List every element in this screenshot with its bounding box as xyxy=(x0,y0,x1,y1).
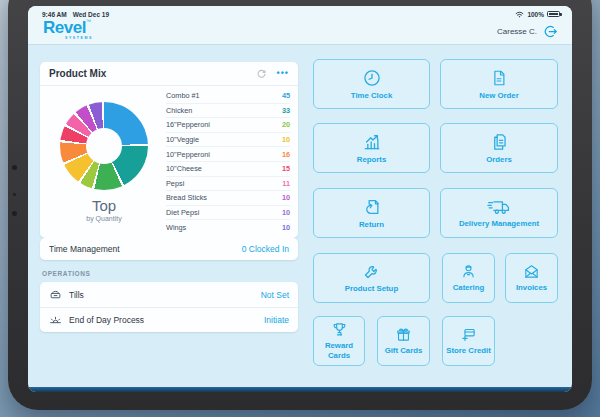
refresh-icon[interactable] xyxy=(256,68,267,79)
product-mix-row: 10"Cheese15 xyxy=(166,162,290,177)
more-options-icon[interactable]: ••• xyxy=(277,69,289,78)
end-of-day-action: Initiate xyxy=(264,315,289,325)
product-mix-donut-chart xyxy=(60,102,148,190)
catering-button[interactable]: Catering xyxy=(442,253,495,303)
wifi-icon xyxy=(515,11,524,18)
invoices-button[interactable]: Invoices xyxy=(505,253,558,303)
battery-icon xyxy=(547,11,560,17)
tills-row[interactable]: Tills Not Set xyxy=(40,282,298,307)
product-mix-title: Product Mix xyxy=(49,68,256,79)
tills-action: Not Set xyxy=(261,290,289,300)
tile-label: Orders xyxy=(484,155,514,165)
app-header: 9:46 AMWed Dec 19 100% Revel™ SYSTEMS Ca… xyxy=(28,6,572,45)
status-time: 9:46 AM xyxy=(42,11,67,18)
product-name: 16"Pepperoni xyxy=(166,120,210,129)
product-mix-row: Pepsi11 xyxy=(166,177,290,192)
orders-button[interactable]: Orders xyxy=(440,123,558,173)
product-mix-row: 10"Pepperoni16 xyxy=(166,147,290,162)
credit-card-plus-icon xyxy=(460,326,477,343)
product-quantity: 10 xyxy=(282,135,290,144)
bar-chart-icon xyxy=(362,132,382,152)
status-time-date: 9:46 AMWed Dec 19 xyxy=(42,11,115,18)
delivery-truck-icon xyxy=(487,198,511,216)
tile-label: Delivery Management xyxy=(457,219,541,229)
product-name: Combo #1 xyxy=(166,91,200,100)
status-date: Wed Dec 19 xyxy=(73,11,109,18)
product-quantity: 11 xyxy=(282,179,290,188)
product-mix-row: Diet Pepsi10 xyxy=(166,206,290,221)
tile-label: New Order xyxy=(477,91,520,101)
time-management-label: Time Management xyxy=(49,244,120,254)
end-of-day-row[interactable]: End of Day Process Initiate xyxy=(40,307,298,332)
user-name: Caresse C. xyxy=(497,27,537,36)
tile-label: Gift Cards xyxy=(383,346,425,356)
product-name: Wings xyxy=(166,223,186,232)
new-order-button[interactable]: New Order xyxy=(440,59,558,109)
product-mix-row: Wings10 xyxy=(166,220,290,235)
wrench-icon xyxy=(362,262,381,281)
tile-label: Invoices xyxy=(514,283,549,293)
product-name: 10"Cheese xyxy=(166,164,202,173)
revel-logo: Revel™ SYSTEMS xyxy=(43,19,93,41)
time-management-row[interactable]: Time Management 0 Clocked In xyxy=(40,238,298,260)
product-quantity: 15 xyxy=(282,164,290,173)
reports-button[interactable]: Reports xyxy=(313,123,430,173)
document-icon xyxy=(490,68,508,88)
logo-text: Revel xyxy=(43,18,86,37)
bezel-camera-dot xyxy=(12,211,17,216)
product-name: 10"Pepperoni xyxy=(166,150,210,159)
till-drawer-icon xyxy=(49,288,62,301)
product-name: Diet Pepsi xyxy=(166,208,199,217)
return-button[interactable]: Return xyxy=(313,188,430,238)
tile-label: Reports xyxy=(355,155,388,165)
bezel-camera-dot xyxy=(13,193,16,196)
gift-cards-button[interactable]: Gift Cards xyxy=(377,316,430,366)
time-clock-button[interactable]: Time Clock xyxy=(313,59,430,109)
reward-cards-button[interactable]: Reward Cards xyxy=(313,316,365,366)
chart-center-title: Top xyxy=(60,197,148,214)
product-quantity: 45 xyxy=(282,91,290,100)
product-mix-row: 16"Pepperoni20 xyxy=(166,118,290,133)
sunset-icon xyxy=(49,314,62,327)
logo-subtext: SYSTEMS xyxy=(65,37,93,41)
return-arrow-document-icon xyxy=(362,197,381,217)
product-quantity: 20 xyxy=(282,120,290,129)
product-quantity: 10 xyxy=(282,208,290,217)
product-quantity: 16 xyxy=(282,150,290,159)
product-quantity: 10 xyxy=(282,193,290,202)
tile-label: Store Credit xyxy=(444,346,493,356)
envelope-icon xyxy=(523,263,540,280)
product-name: Bread Sticks xyxy=(166,193,207,202)
trophy-icon xyxy=(331,321,348,338)
battery-percent: 100% xyxy=(527,11,544,18)
documents-stack-icon xyxy=(490,132,509,152)
product-quantity: 33 xyxy=(282,106,290,115)
product-mix-list: Combo #145Chicken3316"Pepperoni2010"Vegg… xyxy=(166,89,290,235)
product-mix-row: Combo #145 xyxy=(166,89,290,104)
logo-tm: ™ xyxy=(86,18,91,24)
clocked-in-status: 0 Clocked In xyxy=(242,244,289,254)
screen-bottom-edge xyxy=(28,387,572,392)
delivery-management-button[interactable]: Delivery Management xyxy=(440,188,558,238)
product-mix-row: Bread Sticks10 xyxy=(166,191,290,206)
product-mix-row: Chicken33 xyxy=(166,104,290,119)
status-bar: 9:46 AMWed Dec 19 100% xyxy=(42,9,560,19)
tile-label: Catering xyxy=(451,283,487,293)
operations-section-label: OPERATIONS xyxy=(42,270,91,277)
chart-center-subtitle: by Quantity xyxy=(60,215,148,222)
product-name: 10"Veggie xyxy=(166,135,199,144)
store-credit-button[interactable]: Store Credit xyxy=(442,316,495,366)
tile-label: Product Setup xyxy=(343,284,400,294)
product-quantity: 10 xyxy=(282,223,290,232)
tile-label: Reward Cards xyxy=(314,341,364,360)
clock-icon xyxy=(362,68,382,88)
tile-label: Time Clock xyxy=(349,91,394,101)
operations-card: Tills Not Set End of Day Process Initiat… xyxy=(40,282,298,332)
product-mix-card: Product Mix ••• Top by Quantity Combo #1… xyxy=(40,62,298,238)
end-of-day-label: End of Day Process xyxy=(69,315,257,325)
person-icon xyxy=(460,263,477,280)
bezel-camera-dot xyxy=(12,165,17,170)
product-setup-button[interactable]: Product Setup xyxy=(313,253,430,303)
product-name: Pepsi xyxy=(166,179,184,188)
logout-icon[interactable] xyxy=(543,24,558,39)
